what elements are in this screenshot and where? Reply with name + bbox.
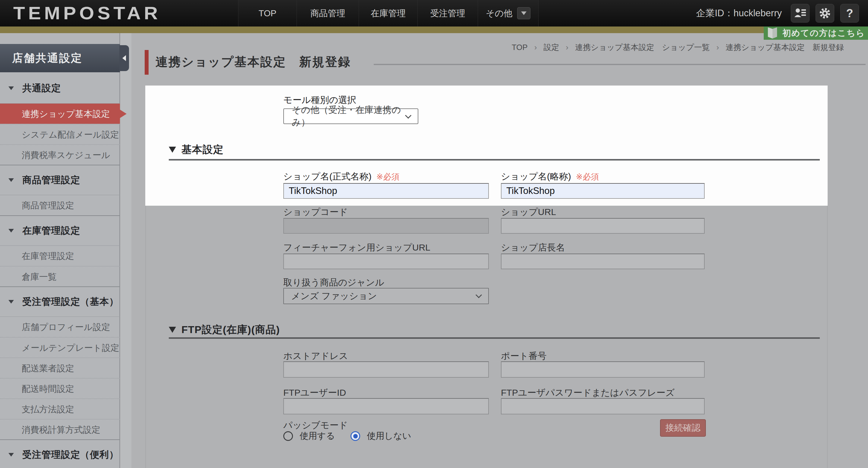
host-address-label: ホストアドレス (283, 350, 348, 362)
sidebar-item-tax-calc-method[interactable]: 消費税計算方式設定 (0, 419, 120, 439)
page-title-accent-bar (145, 50, 149, 75)
triangle-down-icon (8, 300, 14, 304)
shop-manager-label: ショップ店長名 (501, 241, 565, 254)
sidebar-section-order-basic[interactable]: 受注管理設定（基本） (0, 287, 120, 316)
ftp-settings-section-header[interactable]: FTP設定(在庫)(商品) (169, 323, 280, 337)
nav-item-other-label: その他 (486, 0, 513, 27)
required-badge: ※必須 (376, 172, 400, 181)
shop-url-label: ショップURL (501, 206, 556, 218)
passive-mode-use-radio[interactable] (283, 431, 293, 441)
sidebar-section-order-convenient[interactable]: 受注管理設定（便利） (0, 439, 120, 468)
nav-item-product-management[interactable]: 商品管理 (297, 0, 359, 27)
shop-manager-input[interactable] (501, 254, 705, 269)
sidebar-header: 店舗共通設定 (0, 44, 120, 72)
tempostar-logo: TEMPOSTAR (13, 0, 161, 27)
sidebar-item-shop-basic-settings[interactable]: 連携ショップ基本設定 (0, 103, 120, 124)
sidebar-item-system-mail-settings[interactable]: システム配信メール設定 (0, 124, 120, 144)
sidebar-item-payment-method[interactable]: 支払方法設定 (0, 398, 120, 419)
passive-mode-radio-group: 使用する 使用しない (283, 430, 420, 442)
page-title: 連携ショップ基本設定 新規登録 (156, 54, 351, 70)
form-card-left-edge (145, 206, 146, 468)
sidebar-item-warehouse-list[interactable]: 倉庫一覧 (0, 266, 120, 287)
sidebar-section-product[interactable]: 商品管理設定 (0, 165, 120, 195)
required-badge: ※必須 (576, 172, 599, 181)
sidebar-section-stock[interactable]: 在庫管理設定 (0, 215, 120, 245)
breadcrumb-settings[interactable]: 設定 (544, 42, 559, 53)
basic-settings-rule (169, 159, 820, 161)
breadcrumb-separator-icon: › (716, 43, 719, 52)
shop-code-input (283, 218, 489, 234)
chevron-down-icon (521, 11, 527, 15)
port-number-input[interactable] (501, 361, 705, 378)
host-address-input[interactable] (283, 361, 489, 378)
passive-mode-use-label: 使用する (300, 430, 335, 442)
form-card-right-edge (827, 206, 828, 468)
genre-label: 取り扱う商品のジャンル (283, 276, 384, 289)
shop-name-official-label: ショップ名(正式名称)※必須 (283, 170, 399, 183)
triangle-down-icon (169, 327, 176, 333)
shop-code-label: ショップコード (283, 206, 348, 218)
nav-item-order-management[interactable]: 受注管理 (417, 0, 478, 27)
settings-button[interactable] (815, 4, 834, 23)
genre-select[interactable]: メンズ ファッション (283, 288, 489, 304)
gear-icon (818, 7, 831, 20)
passive-mode-no-use-label: 使用しない (367, 430, 411, 442)
header-divider (374, 64, 866, 65)
triangle-down-icon (8, 87, 14, 90)
chevron-down-icon (475, 292, 482, 298)
ribbon-label: 初めての方はこちら (782, 27, 865, 39)
user-icon (794, 7, 806, 19)
main-nav: TOP 商品管理 在庫管理 受注管理 その他 (238, 0, 538, 27)
feature-phone-url-label: フィーチャーフォン用ショップURL (283, 241, 430, 254)
sidebar-item-delivery-time[interactable]: 配送時間設定 (0, 378, 120, 398)
book-icon (767, 27, 778, 39)
sidebar-item-carrier-settings[interactable]: 配送業者設定 (0, 358, 120, 378)
ftp-user-id-input[interactable] (283, 398, 489, 414)
shop-url-input[interactable] (501, 218, 705, 234)
breadcrumb-separator-icon: › (534, 43, 537, 52)
ftp-settings-rule (169, 337, 820, 339)
passive-mode-label: パッシブモード (283, 419, 348, 432)
shop-name-short-label: ショップ名(略称)※必須 (501, 170, 599, 183)
port-number-label: ポート番号 (501, 350, 547, 362)
nav-item-stock-management[interactable]: 在庫管理 (359, 0, 417, 27)
sidebar-menu: 共通設定 連携ショップ基本設定 システム配信メール設定 消費税率スケジュール 商… (0, 73, 120, 468)
other-dropdown-button[interactable] (517, 7, 530, 19)
sidebar-gutter (121, 33, 131, 468)
company-id-label: 企業ID：huckleberry (696, 7, 782, 20)
sidebar-item-tax-rate-schedule[interactable]: 消費税率スケジュール (0, 144, 120, 165)
triangle-down-icon (169, 147, 176, 153)
breadcrumb: TOP › 設定 › 連携ショップ基本設定 ショップ一覧 › 連携ショップ基本設… (512, 42, 844, 53)
nav-item-other[interactable]: その他 (478, 0, 538, 27)
passive-mode-no-use-radio[interactable] (350, 431, 360, 441)
sidebar-collapse-handle[interactable] (119, 45, 129, 71)
shop-name-official-input[interactable] (283, 183, 489, 199)
ftp-user-id-label: FTPユーザーID (283, 387, 346, 399)
sidebar-item-stock-settings[interactable]: 在庫管理設定 (0, 245, 120, 266)
triangle-down-icon (8, 229, 14, 233)
breadcrumb-top[interactable]: TOP (512, 43, 528, 52)
breadcrumb-new-registration: 連携ショップ基本設定 新規登録 (726, 42, 844, 53)
sidebar-section-common[interactable]: 共通設定 (0, 73, 120, 103)
beginners-guide-ribbon[interactable]: 初めての方はこちら (764, 27, 868, 40)
account-button[interactable] (791, 4, 809, 23)
breadcrumb-separator-icon: › (566, 43, 568, 52)
navbar-right: 企業ID：huckleberry ? (696, 0, 859, 27)
basic-settings-section-header[interactable]: 基本設定 (169, 143, 224, 157)
feature-phone-url-input[interactable] (283, 254, 489, 269)
sidebar-item-product-settings[interactable]: 商品管理設定 (0, 195, 120, 215)
ftp-password-label: FTPユーザパスワードまたはパスフレーズ (501, 387, 675, 399)
breadcrumb-shop-list[interactable]: 連携ショップ基本設定 ショップ一覧 (575, 42, 710, 53)
triangle-down-icon (8, 453, 14, 457)
sidebar-item-shop-profile[interactable]: 店舗プロフィール設定 (0, 316, 120, 337)
triangle-down-icon (8, 178, 14, 182)
sidebar: 店舗共通設定 共通設定 連携ショップ基本設定 システム配信メール設定 消費税率ス… (0, 33, 120, 468)
accent-bar (0, 27, 868, 33)
sidebar-item-mail-template[interactable]: メールテンプレート設定 (0, 337, 120, 358)
connection-test-button[interactable]: 接続確認 (660, 419, 706, 437)
nav-item-top[interactable]: TOP (238, 0, 297, 27)
shop-name-short-input[interactable] (501, 183, 705, 199)
mall-type-select[interactable]: その他（受注・在庫連携のみ） (283, 108, 418, 124)
ftp-password-input[interactable] (501, 398, 705, 414)
help-button[interactable]: ? (840, 4, 859, 23)
